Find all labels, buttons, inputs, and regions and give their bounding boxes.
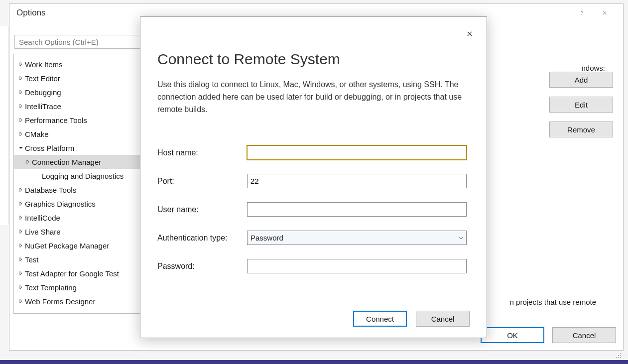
connect-form: Host name: Port: User name: Authenticati… bbox=[157, 145, 467, 273]
tree-item-test[interactable]: Test bbox=[14, 252, 142, 266]
edit-button[interactable]: Edit bbox=[549, 97, 613, 113]
dialog-cancel-button[interactable]: Cancel bbox=[416, 311, 470, 327]
tree-item-live-share[interactable]: Live Share bbox=[14, 225, 142, 239]
dialog-title: Connect to Remote System bbox=[157, 51, 467, 68]
triangle-right-icon bbox=[17, 201, 25, 206]
tree-item-label: Performance Tools bbox=[25, 116, 87, 124]
tree-item-label: Graphics Diagnostics bbox=[25, 200, 96, 208]
options-tree[interactable]: Work ItemsText EditorDebuggingIntelliTra… bbox=[13, 54, 143, 314]
username-label: User name: bbox=[157, 205, 247, 214]
tree-item-label: Cross Platform bbox=[25, 144, 74, 152]
close-button[interactable] bbox=[593, 6, 616, 20]
triangle-right-icon bbox=[17, 299, 25, 304]
svg-rect-3 bbox=[616, 357, 617, 358]
tree-item-performance-tools[interactable]: Performance Tools bbox=[14, 113, 142, 127]
tree-item-text-editor[interactable]: Text Editor bbox=[14, 71, 142, 85]
tree-item-label: Live Share bbox=[25, 228, 61, 236]
authtype-select[interactable]: Password bbox=[247, 231, 467, 245]
triangle-down-icon bbox=[17, 145, 25, 150]
tree-item-database-tools[interactable]: Database Tools bbox=[14, 183, 142, 197]
help-button[interactable] bbox=[570, 6, 593, 20]
tree-item-nuget-package-manager[interactable]: NuGet Package Manager bbox=[14, 239, 142, 252]
triangle-right-icon bbox=[17, 131, 25, 136]
port-input[interactable] bbox=[247, 174, 467, 188]
tree-item-logging-and-diagnostics[interactable]: Logging and Diagnostics bbox=[14, 169, 142, 183]
chevron-down-icon bbox=[458, 234, 463, 242]
svg-rect-4 bbox=[618, 355, 619, 356]
triangle-right-icon bbox=[17, 104, 25, 109]
tree-item-intellicode[interactable]: IntelliCode bbox=[14, 211, 142, 225]
password-input[interactable] bbox=[247, 259, 467, 273]
authtype-label: Authentication type: bbox=[157, 234, 247, 243]
triangle-right-icon bbox=[17, 118, 25, 122]
tree-item-label: Database Tools bbox=[25, 186, 76, 194]
triangle-right-icon bbox=[17, 285, 25, 290]
tree-item-graphics-diagnostics[interactable]: Graphics Diagnostics bbox=[14, 197, 142, 211]
triangle-right-icon bbox=[17, 90, 25, 95]
tree-item-label: Web Forms Designer bbox=[25, 297, 95, 306]
remove-button[interactable]: Remove bbox=[549, 121, 613, 137]
background-left-strip bbox=[0, 26, 9, 225]
triangle-right-icon bbox=[17, 257, 25, 262]
triangle-right-icon bbox=[24, 159, 32, 164]
tree-item-label: Logging and Diagnostics bbox=[42, 172, 124, 180]
add-button[interactable]: Add bbox=[549, 72, 613, 88]
ok-button[interactable]: OK bbox=[481, 327, 544, 343]
svg-rect-5 bbox=[620, 353, 621, 354]
cancel-button[interactable]: Cancel bbox=[552, 327, 616, 343]
dialog-description: Use this dialog to connect to Linux, Mac… bbox=[157, 79, 467, 116]
connect-button[interactable]: Connect bbox=[353, 311, 407, 327]
description-fragment: n projects that use remote bbox=[510, 298, 596, 306]
tree-item-debugging[interactable]: Debugging bbox=[14, 85, 142, 99]
triangle-right-icon bbox=[17, 271, 25, 276]
tree-item-label: Debugging bbox=[25, 88, 61, 97]
tree-item-label: Text Editor bbox=[25, 74, 60, 83]
username-input[interactable] bbox=[247, 202, 467, 217]
dialog-close-button[interactable] bbox=[464, 28, 476, 40]
triangle-right-icon bbox=[17, 243, 25, 248]
hostname-label: Host name: bbox=[157, 148, 247, 157]
triangle-right-icon bbox=[17, 229, 25, 234]
port-label: Port: bbox=[157, 177, 247, 186]
tree-item-connection-manager[interactable]: Connection Manager bbox=[14, 155, 142, 169]
svg-point-6 bbox=[582, 14, 582, 14]
tree-item-text-templating[interactable]: Text Templating bbox=[14, 280, 142, 294]
triangle-right-icon bbox=[17, 62, 25, 67]
svg-rect-0 bbox=[620, 357, 621, 358]
dialog-footer: Connect Cancel bbox=[353, 311, 470, 327]
tree-item-label: CMake bbox=[25, 130, 49, 138]
triangle-right-icon bbox=[17, 215, 25, 220]
tree-item-label: NuGet Package Manager bbox=[25, 242, 109, 250]
tree-item-cmake[interactable]: CMake bbox=[14, 127, 142, 141]
svg-rect-1 bbox=[618, 357, 619, 358]
connection-buttons: Add Edit Remove bbox=[549, 72, 613, 137]
triangle-right-icon bbox=[17, 76, 25, 81]
tree-item-label: Text Templating bbox=[25, 283, 77, 292]
vs-status-bar bbox=[0, 360, 628, 364]
resize-grip-icon bbox=[614, 351, 622, 359]
options-footer: OK Cancel bbox=[481, 327, 616, 343]
tree-item-cross-platform[interactable]: Cross Platform bbox=[14, 141, 142, 155]
tree-item-label: Test Adapter for Google Test bbox=[25, 269, 119, 278]
tree-item-label: Connection Manager bbox=[32, 158, 101, 166]
connect-remote-dialog: Connect to Remote System Use this dialog… bbox=[140, 16, 487, 338]
authtype-value: Password bbox=[251, 234, 283, 242]
password-label: Password: bbox=[157, 262, 247, 271]
tree-item-label: IntelliTrace bbox=[25, 102, 61, 111]
tree-item-label: Test bbox=[25, 255, 39, 264]
tree-item-label: IntelliCode bbox=[25, 214, 60, 222]
triangle-right-icon bbox=[17, 187, 25, 192]
tree-item-label: Work Items bbox=[25, 60, 63, 69]
tree-item-intellitrace[interactable]: IntelliTrace bbox=[14, 99, 142, 113]
tree-item-web-forms-designer[interactable]: Web Forms Designer bbox=[14, 294, 142, 308]
tree-item-test-adapter-for-google-test[interactable]: Test Adapter for Google Test bbox=[14, 266, 142, 280]
svg-rect-2 bbox=[620, 355, 621, 356]
hostname-input[interactable] bbox=[247, 145, 467, 160]
tree-item-work-items[interactable]: Work Items bbox=[14, 57, 142, 71]
